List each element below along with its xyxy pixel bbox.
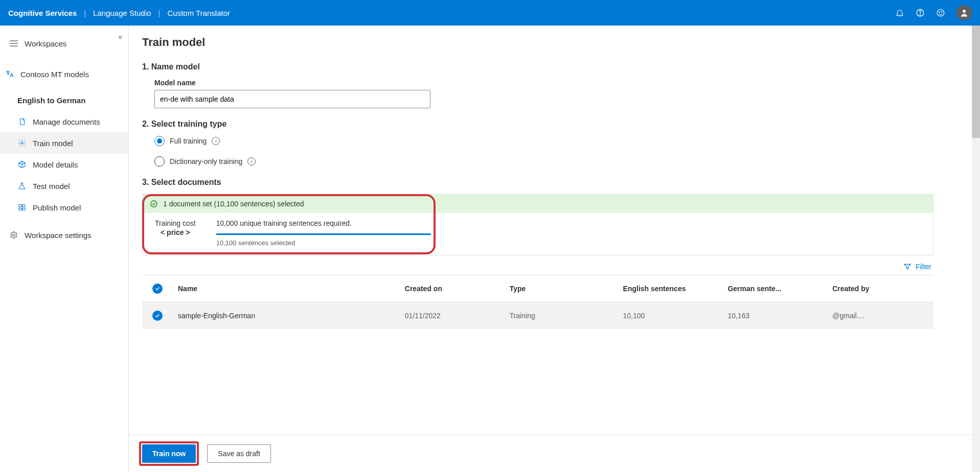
- sidebar-project-label: English to German: [17, 96, 85, 105]
- model-name-label: Model name: [154, 79, 933, 87]
- svg-point-4: [942, 12, 943, 13]
- radio-dict-label: Dictionary-only training: [170, 157, 242, 166]
- sidebar-model-details-label: Model details: [33, 160, 78, 169]
- radio-full-label: Full training: [170, 137, 207, 145]
- svg-point-14: [13, 234, 15, 236]
- sidebar-item-project[interactable]: English to German: [0, 90, 128, 111]
- cube-icon: [17, 160, 27, 169]
- row-checkbox[interactable]: [147, 311, 178, 321]
- vertical-scrollbar[interactable]: [972, 26, 980, 472]
- notifications-icon[interactable]: [895, 8, 904, 17]
- radio-dictionary-training[interactable]: Dictionary-only training i: [154, 156, 933, 167]
- sidebar-train-model-label: Train model: [33, 139, 73, 148]
- step2-heading: 2. Select training type: [142, 120, 933, 129]
- flask-icon: [17, 181, 27, 191]
- col-english-sentences[interactable]: English sentences: [623, 285, 728, 293]
- cell-german-sentences: 10,163: [727, 312, 832, 320]
- breadcrumb-custom-translator[interactable]: Custom Translator: [167, 9, 230, 17]
- cell-type: Training: [510, 312, 623, 320]
- svg-rect-10: [19, 205, 21, 207]
- documents-table: Name Created on Type English sentences G…: [142, 275, 933, 329]
- cell-english-sentences: 10,100: [623, 312, 728, 320]
- svg-point-5: [963, 10, 966, 13]
- model-name-input[interactable]: [154, 90, 430, 108]
- breadcrumb-divider: |: [158, 9, 161, 17]
- select-all-checkbox[interactable]: [147, 284, 178, 294]
- filter-button[interactable]: Filter: [903, 263, 931, 271]
- train-now-button[interactable]: Train now: [142, 444, 196, 463]
- col-created-by[interactable]: Created by: [832, 285, 928, 293]
- col-type[interactable]: Type: [510, 285, 623, 293]
- radio-icon: [154, 156, 165, 167]
- sidebar-test-model-label: Test model: [33, 182, 70, 191]
- main-content: Train model 1. Name model Model name 2. …: [129, 26, 980, 472]
- workspaces-icon: [9, 39, 18, 48]
- cell-created-by: @gmail....: [832, 312, 928, 320]
- scrollbar-thumb[interactable]: [972, 26, 980, 138]
- filter-label: Filter: [916, 263, 931, 271]
- progress-bar: [216, 233, 431, 235]
- selection-summary-text: 1 document set (10,100 sentences) select…: [163, 200, 304, 208]
- cell-created-on: 01/11/2022: [405, 312, 510, 320]
- sidebar-item-workspace[interactable]: Contoso MT models: [0, 63, 128, 85]
- selected-sentences-text: 10,100 sentences selected: [216, 239, 431, 247]
- sidebar-item-manage-documents[interactable]: Manage documents: [0, 111, 128, 132]
- sidebar-item-workspace-settings[interactable]: Workspace settings: [0, 224, 128, 246]
- check-circle-icon: [150, 200, 158, 208]
- breadcrumb: Cognitive Services | Language Studio | C…: [8, 9, 230, 17]
- feedback-icon[interactable]: [936, 8, 945, 17]
- cell-name: sample-English-German: [178, 312, 405, 320]
- table-header-row: Name Created on Type English sentences G…: [142, 275, 933, 302]
- avatar[interactable]: [956, 5, 972, 20]
- sidebar-manage-documents-label: Manage documents: [33, 117, 100, 126]
- collapse-sidebar-icon[interactable]: «: [118, 33, 122, 41]
- training-cost-block: Training cost < price >: [155, 219, 196, 237]
- selection-summary: 1 document set (10,100 sentences) select…: [142, 194, 933, 255]
- radio-icon: [154, 136, 165, 146]
- svg-point-3: [939, 12, 940, 13]
- svg-point-2: [937, 9, 944, 16]
- save-as-draft-button[interactable]: Save as draft: [207, 444, 271, 463]
- sidebar-workspaces-label: Workspaces: [25, 39, 66, 48]
- sidebar-item-test-model[interactable]: Test model: [0, 175, 128, 197]
- breadcrumb-language-studio[interactable]: Language Studio: [93, 9, 151, 17]
- documents-icon: [17, 117, 27, 126]
- publish-icon: [17, 203, 27, 212]
- svg-point-1: [920, 14, 920, 15]
- breadcrumb-divider: |: [84, 9, 86, 17]
- svg-rect-11: [22, 205, 25, 207]
- train-icon: [17, 138, 27, 148]
- page-title: Train model: [142, 36, 933, 49]
- table-row[interactable]: sample-English-German 01/11/2022 Trainin…: [142, 302, 933, 329]
- sidebar-item-workspaces[interactable]: Workspaces: [0, 33, 128, 54]
- highlight-annotation: Train now: [139, 441, 199, 466]
- training-cost-value: < price >: [155, 228, 196, 237]
- header-actions: [895, 5, 972, 20]
- step1-heading: 1. Name model: [142, 62, 933, 72]
- info-icon[interactable]: i: [247, 157, 256, 166]
- help-icon[interactable]: [916, 8, 925, 17]
- sidebar-item-train-model[interactable]: Train model: [0, 132, 128, 154]
- svg-point-9: [21, 142, 23, 144]
- translate-icon: [5, 69, 14, 79]
- gear-icon: [9, 230, 18, 240]
- sidebar-item-publish-model[interactable]: Publish model: [0, 197, 128, 218]
- col-german-sentences[interactable]: German sente...: [727, 285, 832, 293]
- svg-point-15: [151, 201, 157, 207]
- filter-icon: [903, 263, 911, 271]
- sidebar-publish-model-label: Publish model: [33, 203, 81, 212]
- col-name[interactable]: Name: [178, 285, 405, 293]
- info-icon[interactable]: i: [212, 137, 220, 145]
- svg-rect-13: [22, 208, 25, 210]
- radio-full-training[interactable]: Full training i: [154, 136, 933, 146]
- training-cost-label: Training cost: [155, 219, 196, 227]
- step3-heading: 3. Select documents: [142, 178, 933, 187]
- sidebar-workspace-settings-label: Workspace settings: [25, 231, 92, 240]
- brand-label[interactable]: Cognitive Services: [8, 9, 77, 17]
- top-header: Cognitive Services | Language Studio | C…: [0, 0, 980, 26]
- selection-summary-header: 1 document set (10,100 sentences) select…: [143, 195, 933, 213]
- sidebar-item-model-details[interactable]: Model details: [0, 154, 128, 175]
- col-created-on[interactable]: Created on: [405, 285, 510, 293]
- training-requirement-block: 10,000 unique training sentences require…: [216, 219, 431, 247]
- sidebar: « Workspaces Contoso MT models English t…: [0, 26, 129, 472]
